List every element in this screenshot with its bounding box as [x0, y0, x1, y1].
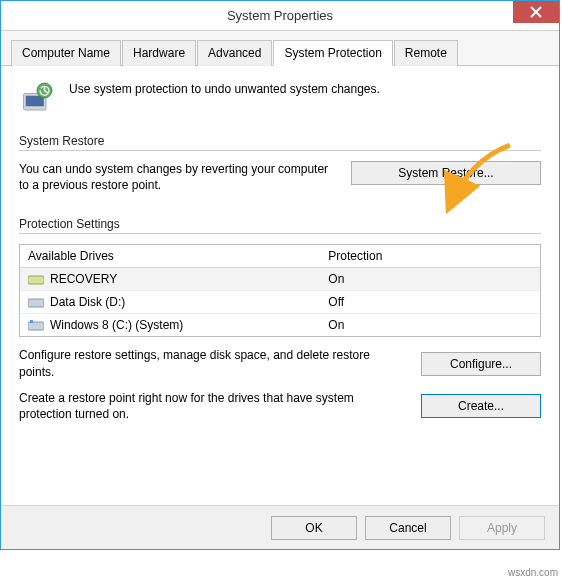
drive-protection: On	[328, 272, 532, 286]
svg-rect-5	[28, 322, 44, 330]
close-icon	[530, 6, 542, 18]
drive-protection: Off	[328, 295, 532, 309]
table-row[interactable]: RECOVERY On	[20, 268, 540, 291]
intro-text: Use system protection to undo unwanted s…	[69, 80, 380, 96]
protection-settings-group: Protection Settings Available Drives Pro…	[19, 217, 541, 422]
system-restore-button[interactable]: System Restore...	[351, 161, 541, 185]
drive-name: RECOVERY	[50, 272, 117, 286]
create-button[interactable]: Create...	[421, 394, 541, 418]
svg-rect-3	[28, 276, 44, 284]
col-header-drive: Available Drives	[28, 249, 320, 263]
divider	[19, 233, 541, 234]
tab-computer-name[interactable]: Computer Name	[11, 40, 121, 66]
system-restore-label: System Restore	[19, 134, 541, 148]
svg-rect-4	[28, 299, 44, 307]
ok-button[interactable]: OK	[271, 516, 357, 540]
intro-row: Use system protection to undo unwanted s…	[19, 80, 541, 116]
col-header-protection: Protection	[328, 249, 532, 263]
system-restore-description: You can undo system changes by reverting…	[19, 161, 331, 193]
table-row[interactable]: Data Disk (D:) Off	[20, 291, 540, 314]
protection-settings-label: Protection Settings	[19, 217, 541, 231]
system-restore-group: System Restore You can undo system chang…	[19, 134, 541, 193]
tab-system-protection[interactable]: System Protection	[273, 40, 392, 66]
system-protection-icon	[19, 80, 55, 116]
drive-name: Data Disk (D:)	[50, 295, 125, 309]
drive-icon	[28, 273, 44, 285]
cancel-button[interactable]: Cancel	[365, 516, 451, 540]
drives-header: Available Drives Protection	[20, 245, 540, 268]
drive-protection: On	[328, 318, 532, 332]
close-button[interactable]	[513, 1, 559, 23]
divider	[19, 150, 541, 151]
tabstrip: Computer Name Hardware Advanced System P…	[1, 31, 559, 66]
tab-hardware[interactable]: Hardware	[122, 40, 196, 66]
table-row[interactable]: Windows 8 (C:) (System) On	[20, 314, 540, 336]
drive-icon	[28, 319, 44, 331]
tab-advanced[interactable]: Advanced	[197, 40, 272, 66]
attribution-text: wsxdn.com	[508, 567, 558, 578]
configure-description: Configure restore settings, manage disk …	[19, 347, 401, 379]
svg-rect-6	[30, 320, 33, 323]
drive-name: Windows 8 (C:) (System)	[50, 318, 183, 332]
dialog-button-row: OK Cancel Apply	[1, 505, 559, 549]
titlebar: System Properties	[1, 1, 559, 31]
drives-table[interactable]: Available Drives Protection RECOVERY On …	[19, 244, 541, 337]
apply-button[interactable]: Apply	[459, 516, 545, 540]
window-title: System Properties	[1, 8, 559, 23]
tab-content: Use system protection to undo unwanted s…	[1, 66, 559, 450]
drive-icon	[28, 296, 44, 308]
system-properties-window: System Properties Computer Name Hardware…	[0, 0, 560, 550]
create-description: Create a restore point right now for the…	[19, 390, 401, 422]
tab-remote[interactable]: Remote	[394, 40, 458, 66]
configure-button[interactable]: Configure...	[421, 352, 541, 376]
